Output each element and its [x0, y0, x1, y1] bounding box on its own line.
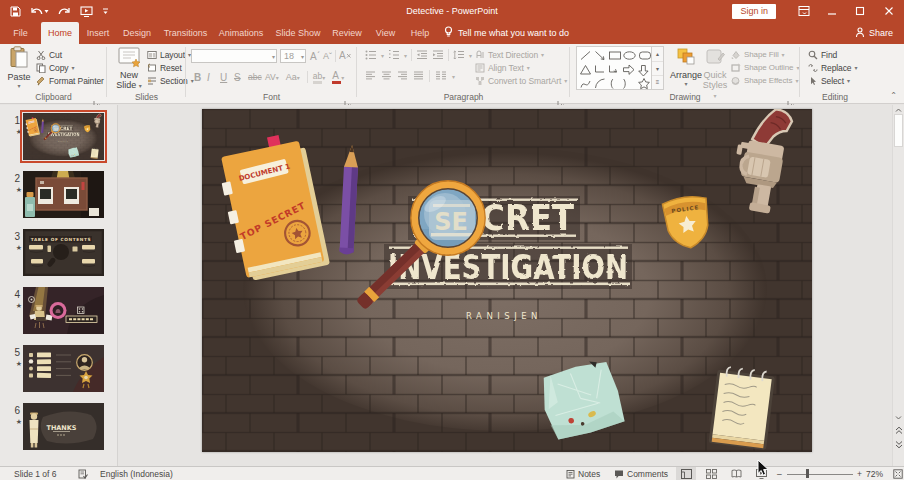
replace-button[interactable]: Replace ▾ [808, 61, 857, 74]
cut-button[interactable]: Cut [36, 48, 62, 61]
ribbon-display-options-icon[interactable] [790, 0, 818, 22]
magnified-text: SE [434, 208, 468, 236]
justify-icon[interactable] [413, 71, 424, 81]
zoom-level[interactable]: 72% [866, 467, 883, 480]
tell-me-box[interactable]: Tell me what you want to do [444, 22, 569, 44]
shapes-more-icon[interactable]: ≡ [652, 75, 663, 89]
grow-font-button[interactable]: Aˊ [310, 51, 320, 62]
tab-help[interactable]: Help [405, 22, 435, 44]
shape-effects-label: Shape Effects [744, 76, 792, 85]
shapes-scroll-down-icon[interactable]: ▾ [652, 61, 663, 75]
select-button[interactable]: Select ▾ [808, 74, 850, 87]
slide-thumbnail-3[interactable]: TABLE OF CONTENTS [23, 229, 104, 276]
dropdown-arrow-icon: ▾ [452, 73, 455, 80]
font-dialog-launcher-icon[interactable] [344, 94, 352, 102]
tab-transitions[interactable]: Transitions [160, 22, 211, 44]
align-right-icon[interactable] [397, 71, 408, 81]
minimize-icon[interactable] [818, 0, 846, 22]
font-size-combo[interactable]: 18 ▾ [280, 49, 306, 63]
drawing-dialog-launcher-icon[interactable] [787, 94, 795, 102]
abc-strike-button[interactable]: abc [248, 72, 265, 82]
clipboard-dialog-launcher-icon[interactable] [93, 94, 101, 102]
font-color-button[interactable]: A [332, 70, 341, 84]
arrange-label: Arrange [668, 70, 704, 80]
highlight-color-button[interactable]: ab [313, 71, 322, 84]
bold-button[interactable]: B [194, 72, 207, 83]
collapse-ribbon-icon[interactable]: ⌃ [890, 91, 897, 100]
comments-button[interactable]: Comments [614, 467, 668, 480]
scrollbar-thumb[interactable] [894, 114, 903, 147]
new-slide-button[interactable]: New Slide ▾ [112, 46, 146, 91]
slide-counter[interactable]: Slide 1 of 6 [14, 467, 57, 480]
line-spacing-icon[interactable] [453, 50, 465, 60]
strikethrough-button[interactable]: S [234, 72, 248, 83]
underline-button[interactable]: U [220, 72, 234, 83]
tab-home[interactable]: Home [41, 22, 79, 44]
shape-fill-button[interactable]: Shape Fill ▾ [730, 48, 785, 61]
tab-file[interactable]: File [4, 22, 37, 44]
change-case-button[interactable]: Aa [286, 72, 297, 82]
spell-check-icon[interactable] [78, 467, 88, 480]
zoom-out-button[interactable]: – [777, 467, 782, 480]
close-icon[interactable] [874, 0, 904, 22]
arrange-button[interactable]: Arrange ▾ [668, 46, 704, 87]
tab-review[interactable]: Review [329, 22, 365, 44]
sign-in-button[interactable]: Sign in [732, 4, 776, 19]
align-left-icon[interactable] [365, 71, 376, 81]
vertical-scrollbar[interactable] [892, 105, 904, 466]
shape-effects-button[interactable]: Shape Effects ▾ [730, 74, 798, 87]
slide-thumbnail-4[interactable] [23, 287, 104, 334]
slide-thumbnail-1[interactable] [23, 113, 104, 160]
reset-button[interactable]: Reset [147, 61, 182, 74]
maximize-icon[interactable] [846, 0, 874, 22]
slide-sorter-view-button[interactable] [701, 467, 721, 480]
tab-slide-show[interactable]: Slide Show [272, 22, 324, 44]
columns-icon[interactable] [435, 71, 447, 81]
separator [448, 49, 449, 61]
slide-thumbnail-5[interactable] [23, 345, 104, 392]
tab-view[interactable]: View [370, 22, 401, 44]
paragraph-dialog-launcher-icon[interactable] [557, 94, 565, 102]
font-name-combo[interactable]: ▾ [191, 49, 277, 63]
scroll-down-icon[interactable] [893, 413, 904, 422]
numbering-icon[interactable] [388, 50, 400, 60]
text-direction-button[interactable]: Text Direction ▾ [475, 48, 544, 61]
zoom-in-button[interactable]: + [857, 467, 862, 480]
align-text-button[interactable]: Align Text ▾ [475, 61, 530, 74]
format-painter-button[interactable]: Format Painter [36, 74, 104, 87]
paste-button[interactable]: Paste ▾ [4, 46, 34, 89]
bullets-icon[interactable] [365, 50, 377, 60]
share-button[interactable]: Share [855, 22, 893, 44]
fit-slide-to-window-icon[interactable] [893, 467, 903, 480]
notes-button[interactable]: Notes [566, 467, 600, 480]
zoom-slider-thumb[interactable] [806, 469, 809, 478]
slide-editor[interactable]: DOCUMENT 1 TOP SECRET [202, 109, 812, 452]
normal-view-button[interactable] [676, 467, 696, 480]
next-slide-icon[interactable] [893, 440, 904, 449]
zoom-slider-track[interactable] [787, 474, 853, 475]
increase-indent-icon[interactable] [432, 50, 444, 60]
decrease-indent-icon[interactable] [416, 50, 428, 60]
language-status[interactable]: English (Indonesia) [100, 467, 173, 480]
quick-styles-label1: Quick [700, 70, 730, 80]
tab-design[interactable]: Design [119, 22, 155, 44]
shapes-gallery[interactable]: ▴ ▾ ≡ [576, 46, 664, 90]
slide-thumbnail-2[interactable] [23, 171, 104, 218]
slide-thumbnail-6[interactable]: THANKS [23, 403, 104, 450]
copy-button[interactable]: Copy ▾ [36, 61, 74, 74]
find-button[interactable]: Find [808, 48, 837, 61]
convert-smartart-label: Convert to SmartArt [488, 76, 561, 86]
shape-outline-button[interactable]: Shape Outline ▾ [730, 61, 799, 74]
shapes-scroll-up-icon[interactable]: ▴ [652, 47, 663, 61]
tab-insert[interactable]: Insert [83, 22, 113, 44]
tab-animations[interactable]: Animations [216, 22, 266, 44]
italic-button[interactable]: I [207, 72, 220, 83]
editing-group-label: Editing [800, 92, 870, 102]
clear-formatting-button[interactable]: A [339, 50, 352, 63]
convert-smartart-button[interactable]: Convert to SmartArt ▾ [475, 74, 567, 87]
reading-view-button[interactable] [726, 467, 746, 480]
shrink-font-button[interactable]: Aˇ [323, 51, 332, 61]
align-center-icon[interactable] [381, 71, 392, 81]
char-spacing-button[interactable]: AV [265, 72, 276, 82]
previous-slide-icon[interactable] [893, 426, 904, 435]
